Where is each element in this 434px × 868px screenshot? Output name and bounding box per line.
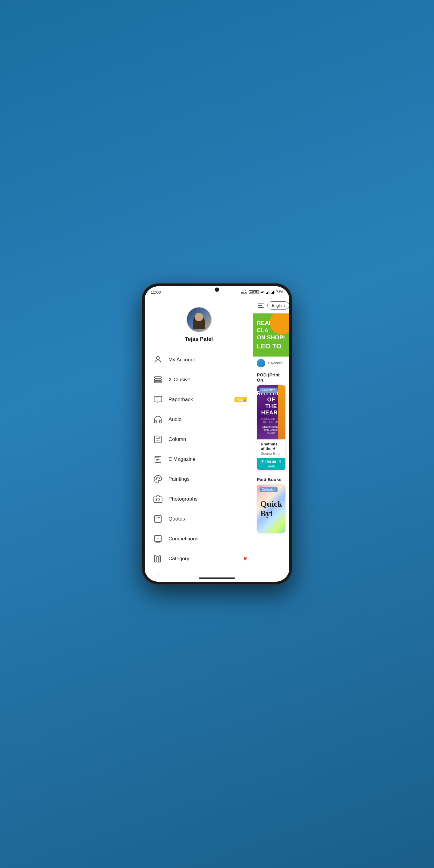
avatar [186, 307, 212, 333]
hamburger-button[interactable] [258, 304, 264, 308]
menu-item-paintings[interactable]: Paintings [145, 469, 253, 489]
pod-section: POD (Print On Collection RHYTHMSOFTHEHEA… [253, 370, 289, 474]
hamburger-line-1 [258, 304, 264, 304]
right-panel: English READ CLA ON SHOPI LEO TO [253, 298, 289, 575]
home-bar [199, 578, 235, 579]
menu-item-audio[interactable]: Audio [145, 410, 253, 430]
headphones-icon [152, 414, 164, 425]
signal-icon [266, 290, 270, 294]
svg-rect-6 [273, 291, 274, 294]
status-icons: 0.08KB/S VoLTE +4G [241, 289, 283, 295]
menu-label-paperback: Paperback [168, 397, 193, 403]
paid-books-title: Paid Books [257, 477, 286, 482]
banner-line3: LEO TO [257, 342, 286, 350]
right-panel-inner: English READ CLA ON SHOPI LEO TO [253, 298, 289, 575]
menu-item-e-magazine[interactable]: E Magazine [145, 450, 253, 469]
edit-icon [152, 434, 164, 445]
svg-text:": " [158, 516, 160, 522]
menu-item-my-account[interactable]: My Account [145, 350, 253, 370]
url-avatar [257, 359, 265, 367]
battery-text: 73% [276, 290, 283, 294]
profile-name: Tejas Patel [185, 336, 213, 342]
book-info: Rhythms of the H Seema Birla [257, 439, 285, 458]
menu-item-column[interactable]: Column [145, 430, 253, 450]
camera-notch [215, 287, 219, 292]
language-button[interactable]: English [267, 301, 289, 310]
svg-rect-4 [271, 293, 272, 294]
svg-rect-25 [157, 557, 158, 562]
svg-point-8 [156, 356, 159, 360]
layers-icon [152, 374, 164, 385]
menu-label-competitions: Competitions [168, 536, 198, 542]
svg-rect-9 [155, 377, 161, 378]
menu-item-quotes[interactable]: "" Quotes [145, 509, 253, 529]
menu-label-x-clusive: X-Clusive [168, 377, 190, 383]
gear-icon [152, 573, 164, 575]
price-bar: ₹ 150.00 ₹ 250. [257, 458, 285, 470]
svg-point-18 [159, 477, 160, 478]
svg-rect-0 [266, 293, 267, 294]
menu-label-paintings: Paintings [168, 476, 190, 482]
status-time: 11:00 [151, 290, 161, 294]
menu-label-quotes: Quotes [168, 516, 185, 522]
svg-rect-7 [274, 290, 275, 294]
book-card-rhythms[interactable]: Collection RHYTHMSOFTHEHEART (A COLLECTI… [257, 385, 286, 470]
quick-title: QuickByi [260, 499, 282, 518]
book-author: Seema Birla [261, 452, 282, 456]
banner-line2: ON SHOPI [257, 334, 286, 341]
menu-item-photographs[interactable]: Photographs [145, 489, 253, 509]
book-cover-purple: Collection RHYTHMSOFTHEHEART (A COLLECTI… [257, 385, 285, 439]
menu-item-category[interactable]: Category ♥ [145, 549, 253, 569]
avatar-image [187, 307, 211, 332]
menu-label-audio: Audio [168, 416, 181, 423]
person-icon [152, 354, 164, 366]
menu-label-category: Category [168, 556, 189, 562]
hamburger-line-2 [258, 305, 262, 306]
svg-rect-10 [155, 379, 161, 381]
url-text: els/collec [268, 361, 282, 365]
svg-point-17 [157, 477, 158, 478]
drawer[interactable]: Tejas Patel My Account [145, 298, 253, 575]
profile-section: Tejas Patel [145, 298, 253, 348]
paid-books-section: Paid Books Collection QuickByi [253, 474, 289, 538]
banner-area: READ CLA ON SHOPI LEO TO [253, 313, 289, 356]
network-4g: +4G [259, 290, 265, 294]
url-bar: els/collec [253, 356, 289, 370]
menu-item-x-clusive[interactable]: X-Clusive [145, 370, 253, 390]
price-current: ₹ 150.00 [261, 460, 276, 464]
volte-badge: VoLTE [249, 290, 259, 294]
paid-collection-badge: Collection [259, 487, 278, 492]
menu-label-my-account: My Account [168, 357, 195, 363]
book-open-icon [152, 394, 164, 405]
pod-section-title: POD (Print On [257, 372, 286, 382]
signal-icon-2 [271, 290, 275, 294]
quote-icon: "" [152, 513, 164, 525]
menu-label-e-magazine: E Magazine [168, 456, 195, 462]
svg-rect-3 [270, 290, 270, 294]
hamburger-line-3 [258, 307, 264, 308]
book-name: Rhythms of the H [261, 442, 282, 451]
book-cover-colorful: Collection QuickByi [257, 485, 285, 533]
home-indicator [145, 575, 289, 582]
data-speed: 0.08KB/S [241, 289, 247, 295]
new-badge: NEW [235, 397, 247, 402]
badge-flag [244, 399, 245, 401]
menu-item-paperback[interactable]: Paperback NEW [145, 390, 253, 410]
menu-item-settings[interactable]: Settings [145, 569, 253, 575]
menu-item-competitions[interactable]: Competitions [145, 529, 253, 549]
book-card-quick[interactable]: Collection QuickByi [257, 484, 286, 533]
right-header: English [253, 298, 289, 313]
svg-text:": " [155, 516, 158, 522]
svg-rect-12 [155, 436, 161, 443]
heart-icon: ♥ [243, 555, 247, 563]
svg-rect-1 [267, 292, 268, 294]
menu-label-column: Column [168, 436, 186, 442]
svg-rect-26 [159, 556, 161, 562]
svg-rect-5 [272, 292, 273, 294]
camera-icon [152, 493, 164, 505]
main-content: Tejas Patel My Account [145, 298, 289, 575]
trophy-icon [152, 533, 164, 545]
magazine-icon [152, 454, 164, 465]
collection-badge: Collection [259, 388, 278, 393]
phone-screen: 11:00 0.08KB/S VoLTE +4G [145, 286, 289, 582]
